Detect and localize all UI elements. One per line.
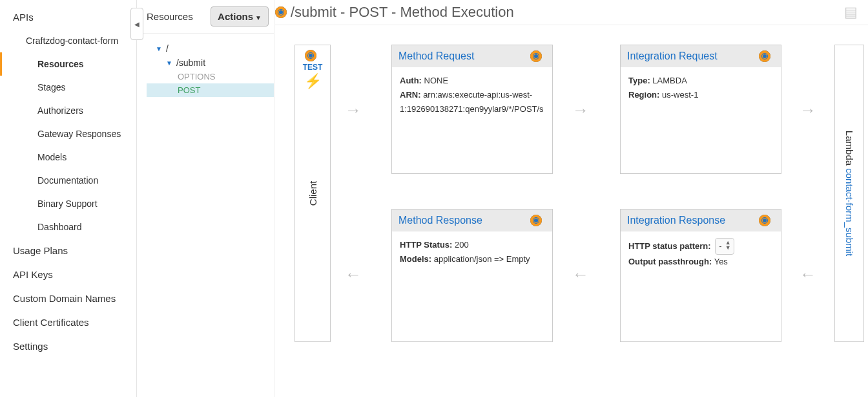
tree-options-label: OPTIONS (178, 72, 216, 81)
tree-submit[interactable]: ▼ /submit (147, 56, 274, 70)
status-pattern-select[interactable]: - ▲▼ (715, 238, 734, 255)
disclosure-icon: ▼ (156, 45, 162, 52)
lambda-prefix: Lambda (844, 131, 855, 168)
nav-gateway-responses[interactable]: Gateway Responses (0, 122, 136, 145)
lambda-box[interactable]: Lambda contact-form_submit (834, 45, 864, 342)
arn-label: ARN: (400, 90, 421, 100)
integration-request-title[interactable]: Integration Request (627, 50, 718, 62)
method-response-panel[interactable]: Method Response HTTP Status: 200 Models:… (391, 209, 553, 342)
arrow-left-icon (800, 264, 816, 284)
info-dot-icon[interactable] (275, 6, 287, 18)
passthrough-label: Output passthrough: (628, 257, 712, 266)
nav-custom-domain-names[interactable]: Custom Domain Names (0, 286, 136, 310)
region-value: us-west-1 (662, 90, 698, 100)
pattern-label: HTTP status pattern: (628, 239, 711, 253)
models-label: Models: (400, 254, 431, 264)
tree-root-label: / (166, 43, 169, 54)
nav-dashboard[interactable]: Dashboard (0, 215, 136, 239)
nav-client-certificates[interactable]: Client Certificates (0, 310, 136, 334)
lambda-label: Lambda contact-form_submit (844, 131, 855, 256)
integration-response-panel[interactable]: Integration Response HTTP status pattern… (620, 209, 781, 342)
arrow-left-icon (345, 264, 362, 284)
nav-stages[interactable]: Stages (0, 76, 136, 99)
type-label: Type: (628, 76, 650, 85)
info-dot-icon[interactable] (305, 50, 316, 61)
info-dot-icon[interactable] (759, 215, 770, 226)
arrow-right-icon (800, 100, 816, 120)
nav-resources[interactable]: Resources (0, 52, 136, 76)
integration-response-title[interactable]: Integration Response (627, 215, 725, 226)
nav-api-name[interactable]: Craftzdog-contact-form (0, 29, 136, 52)
nav-settings[interactable]: Settings (0, 334, 136, 358)
method-response-title[interactable]: Method Response (398, 215, 482, 226)
http-status-label: HTTP Status: (400, 240, 452, 250)
tree-root[interactable]: ▼ / (147, 41, 274, 56)
arrow-left-icon (572, 264, 589, 284)
client-label: Client (307, 181, 318, 206)
type-value: LAMBDA (652, 76, 687, 85)
tree-method-options[interactable]: OPTIONS (147, 70, 274, 83)
method-request-title[interactable]: Method Request (398, 50, 474, 62)
actions-label: Actions (218, 11, 253, 22)
resources-title: Resources (147, 11, 193, 22)
documentation-icon[interactable]: ▤ (844, 4, 858, 21)
bolt-icon[interactable]: ⚡ (295, 73, 330, 90)
page-title: /submit - POST - Method Execution (291, 4, 514, 21)
nav-binary-support[interactable]: Binary Support (0, 192, 136, 215)
nav-authorizers[interactable]: Authorizers (0, 99, 136, 122)
actions-button[interactable]: Actions▼ (211, 6, 269, 27)
info-dot-icon[interactable] (530, 215, 542, 226)
lambda-link[interactable]: contact-form_submit (844, 168, 855, 256)
tree-method-post[interactable]: POST (147, 83, 274, 97)
nav-models[interactable]: Models (0, 145, 136, 169)
info-dot-icon[interactable] (759, 50, 770, 62)
nav-usage-plans[interactable]: Usage Plans (0, 239, 136, 263)
nav-apis[interactable]: APIs (0, 5, 136, 29)
http-status-value: 200 (455, 240, 469, 250)
integration-request-panel[interactable]: Integration Request Type: LAMBDA Region:… (620, 45, 781, 174)
client-box[interactable]: TEST ⚡ Client (294, 45, 331, 342)
nav-documentation[interactable]: Documentation (0, 169, 136, 192)
passthrough-value: Yes (714, 257, 728, 266)
region-label: Region: (628, 90, 659, 100)
models-value: application/json => Empty (434, 254, 530, 264)
auth-label: Auth: (400, 76, 422, 85)
nav-api-keys[interactable]: API Keys (0, 263, 136, 286)
collapse-sidebar-button[interactable]: ◀ (130, 8, 143, 40)
disclosure-icon: ▼ (166, 59, 172, 67)
arrow-right-icon (572, 100, 589, 120)
select-updown-icon: ▲▼ (725, 240, 731, 250)
auth-value: NONE (424, 76, 449, 85)
method-request-panel[interactable]: Method Request Auth: NONE ARN: arn:aws:e… (391, 45, 553, 174)
arn-value: arn:aws:execute-api:us-west-1:1926901382… (400, 90, 544, 114)
arrow-right-icon (345, 100, 362, 120)
tree-submit-label: /submit (176, 58, 205, 68)
tree-post-label: POST (178, 85, 200, 95)
test-label: TEST (295, 63, 330, 72)
caret-down-icon: ▼ (255, 14, 262, 21)
pattern-value: - (719, 242, 722, 251)
info-dot-icon[interactable] (530, 50, 542, 62)
